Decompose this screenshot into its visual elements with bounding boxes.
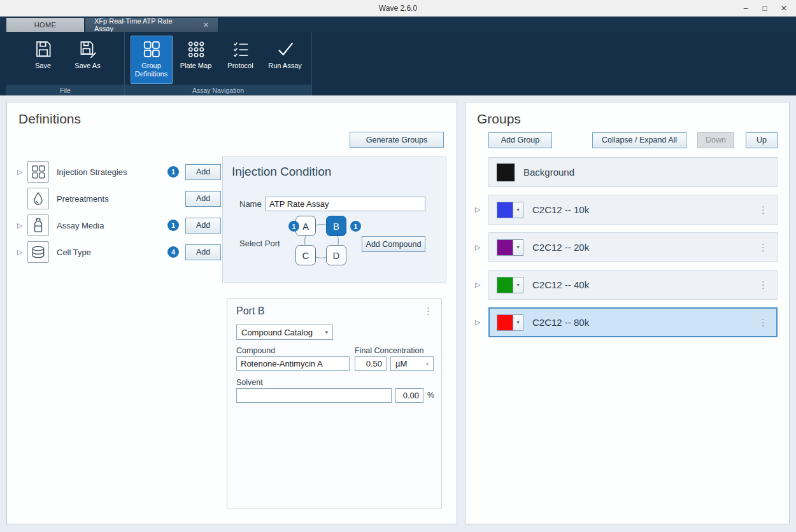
group-row[interactable]: ▷ ▾ C2C12 -- 40k ⋮ <box>488 270 778 300</box>
run-assay-icon <box>276 39 295 59</box>
port-b-panel: Port B ⋮ Compound Catalog ▾ Compound Fin… <box>227 298 442 508</box>
expand-arrow-icon[interactable]: ▷ <box>17 221 27 230</box>
compound-catalog-dropdown[interactable]: Compound Catalog ▾ <box>236 325 333 340</box>
kebab-menu-icon[interactable]: ⋮ <box>758 280 768 290</box>
expand-arrow-icon[interactable]: ▷ <box>475 281 480 289</box>
port-d-button[interactable]: D <box>326 245 346 265</box>
select-port-label: Select Port <box>239 239 280 248</box>
group-label: C2C12 -- 10k <box>532 204 758 215</box>
protocol-label: Protocol <box>227 62 253 70</box>
chevron-down-icon: ▾ <box>325 329 328 335</box>
definition-label: Injection Strategies <box>57 167 167 177</box>
solvent-percent-input[interactable] <box>395 388 423 403</box>
add-pretreatment-button[interactable]: Add <box>185 191 221 207</box>
cell-type-icon <box>27 241 49 263</box>
final-concentration-label: Final Concentration <box>355 346 423 355</box>
name-input[interactable] <box>265 197 425 211</box>
final-concentration-input[interactable] <box>355 356 387 371</box>
groups-panel: Groups Add Group Collapse / Expand All D… <box>465 102 790 524</box>
group-definitions-button[interactable]: Group Definitions <box>131 36 173 84</box>
move-up-button[interactable]: Up <box>746 132 778 148</box>
save-as-icon <box>78 39 97 59</box>
group-label: C2C12 -- 40k <box>532 279 758 290</box>
solvent-input[interactable] <box>236 388 392 403</box>
kebab-menu-icon[interactable]: ⋮ <box>758 318 768 327</box>
add-injection-strategy-button[interactable]: Add <box>185 164 221 180</box>
port-b-count-badge: 1 <box>350 221 361 232</box>
color-picker[interactable]: ▾ <box>497 277 523 293</box>
tab-close-icon[interactable]: ✕ <box>203 21 209 29</box>
expand-arrow-icon[interactable]: ▷ <box>17 168 27 176</box>
save-as-button[interactable]: Save As <box>67 36 109 84</box>
compound-label: Compound <box>236 346 275 355</box>
protocol-button[interactable]: Protocol <box>220 36 262 84</box>
expand-arrow-icon[interactable]: ▷ <box>475 206 480 214</box>
port-c-button[interactable]: C <box>295 245 316 265</box>
add-compound-button[interactable]: Add Compound <box>362 236 425 252</box>
color-picker[interactable]: ▾ <box>497 314 523 331</box>
compound-input[interactable] <box>236 356 350 371</box>
group-row-background[interactable]: Background <box>488 157 778 187</box>
definition-label: Pretreatments <box>57 194 185 204</box>
chevron-down-icon[interactable]: ▾ <box>513 202 523 218</box>
definition-row-cell-type[interactable]: ▷ Cell Type 4 Add <box>17 239 221 265</box>
collapse-expand-all-button[interactable]: Collapse / Expand All <box>592 132 686 148</box>
tab-home[interactable]: HOME <box>6 18 84 32</box>
kebab-menu-icon[interactable]: ⋮ <box>423 306 433 316</box>
save-icon <box>34 39 53 59</box>
protocol-icon <box>231 39 250 59</box>
color-picker[interactable]: ▾ <box>497 239 523 256</box>
definition-row-pretreatments[interactable]: Pretreatments Add <box>17 185 221 212</box>
add-cell-type-button[interactable]: Add <box>185 244 221 260</box>
add-group-button[interactable]: Add Group <box>488 132 552 148</box>
definition-row-injection-strategies[interactable]: ▷ Injection Strategies 1 Add <box>17 158 221 185</box>
color-swatch <box>497 202 513 218</box>
port-a-count-badge: 1 <box>288 221 299 232</box>
definition-row-assay-media[interactable]: ▷ Assay Media 1 Add <box>17 212 221 239</box>
tab-bar: HOME XFp Real-Time ATP Rate Assay ✕ <box>0 17 796 32</box>
tab-assay-label: XFp Real-Time ATP Rate Assay <box>94 17 193 32</box>
add-assay-media-button[interactable]: Add <box>185 218 221 234</box>
maximize-icon[interactable]: □ <box>755 0 774 17</box>
minimize-icon[interactable]: – <box>736 0 755 17</box>
count-badge: 1 <box>167 166 179 178</box>
title-bar: Wave 2.6.0 – □ ✕ <box>0 0 796 17</box>
save-button[interactable]: Save <box>22 36 64 84</box>
group-row[interactable]: ▷ ▾ C2C12 -- 20k ⋮ <box>488 232 778 262</box>
move-down-button[interactable]: Down <box>697 132 734 148</box>
generate-groups-button[interactable]: Generate Groups <box>350 132 444 148</box>
chevron-down-icon: ▾ <box>425 361 429 367</box>
chevron-down-icon[interactable]: ▾ <box>513 240 523 255</box>
group-row-selected[interactable]: ▷ ▾ C2C12 -- 80k ⋮ <box>488 307 778 337</box>
run-assay-label: Run Assay <box>268 62 302 70</box>
percent-sign: % <box>427 391 434 400</box>
window-controls: – □ ✕ <box>736 0 793 17</box>
injection-strategies-icon <box>27 161 49 183</box>
kebab-menu-icon[interactable]: ⋮ <box>758 205 768 214</box>
tab-assay[interactable]: XFp Real-Time ATP Rate Assay ✕ <box>85 18 218 32</box>
definition-label: Assay Media <box>57 221 167 230</box>
definitions-title: Definitions <box>18 111 81 127</box>
color-picker[interactable]: ▾ <box>497 202 523 218</box>
port-selector: A B C D 1 1 <box>294 216 355 274</box>
unit-value: µM <box>395 359 407 368</box>
group-label: C2C12 -- 20k <box>532 242 758 253</box>
unit-dropdown[interactable]: µM ▾ <box>390 356 434 371</box>
plate-map-label: Plate Map <box>180 62 212 70</box>
expand-arrow-icon[interactable]: ▷ <box>475 243 480 251</box>
close-icon[interactable]: ✕ <box>774 0 793 17</box>
groups-toolbar: Add Group Collapse / Expand All Down Up <box>488 132 778 148</box>
group-row[interactable]: ▷ ▾ C2C12 -- 10k ⋮ <box>488 195 778 225</box>
expand-arrow-icon[interactable]: ▷ <box>475 318 480 326</box>
run-assay-button[interactable]: Run Assay <box>264 36 306 84</box>
chevron-down-icon[interactable]: ▾ <box>513 315 523 330</box>
save-label: Save <box>35 62 51 70</box>
port-b-button[interactable]: B <box>326 216 346 236</box>
kebab-menu-icon[interactable]: ⋮ <box>758 242 768 252</box>
plate-map-button[interactable]: Plate Map <box>175 36 217 84</box>
chevron-down-icon[interactable]: ▾ <box>513 277 523 293</box>
expand-arrow-icon[interactable]: ▷ <box>17 248 27 256</box>
definitions-list: ▷ Injection Strategies 1 Add Pretreatmen… <box>17 158 221 265</box>
group-list: Background ▷ ▾ C2C12 -- 10k ⋮ ▷ ▾ C2C12 … <box>488 157 778 345</box>
group-definitions-label: Group Definitions <box>132 62 171 78</box>
